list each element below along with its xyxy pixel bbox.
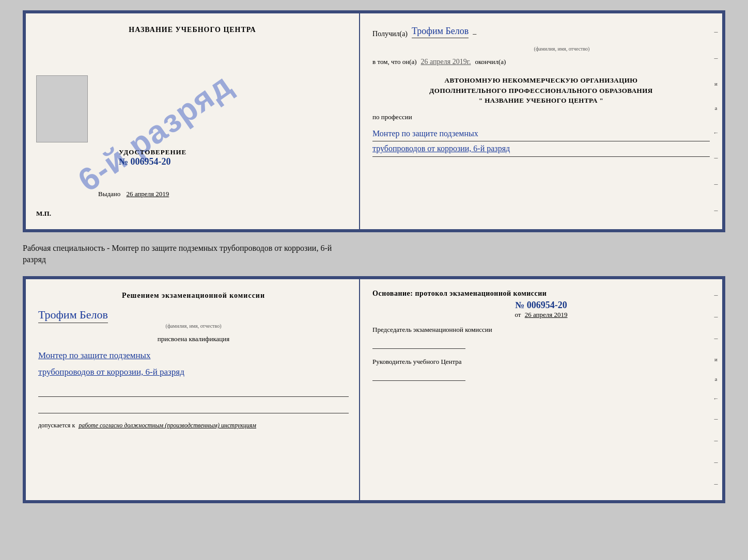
date-value: 26 апреля 2019г. [421,58,471,66]
date-prefix: в том, что он(а) [372,58,417,66]
profession-line2: трубопроводов от коррозии, 6-й разряд [372,141,710,157]
ot-date: 26 апреля 2019 [525,311,568,318]
qualification-block: Монтер по защите подземных трубопроводов… [38,347,349,381]
middle-line1: Рабочая специальность - Монтер по защите… [23,243,725,254]
date-line: в том, что он(а) 26 апреля 2019г. окончи… [372,58,710,66]
person-name: Трофим Белов [38,308,108,323]
qualification-line1: Монтер по защите подземных [38,347,349,364]
dash1: – [473,30,476,38]
right-side-marks-bottom: – – – и а ← – – – – [710,279,722,500]
org-line2: ДОПОЛНИТЕЛЬНОГО ПРОФЕССИОНАЛЬНОГО ОБРАЗО… [372,86,710,96]
udostoverenie-label: УДОСТОВЕРЕНИЕ [119,148,186,156]
director-label: Руководитель учебного Центра [372,357,710,366]
protocol-number: № 006954-20 [372,300,710,311]
right-side-marks: – – и а ← – – – [710,13,722,229]
ot-block: от 26 апреля 2019 [372,311,710,319]
org-line1: АВТОНОМНУЮ НЕКОММЕРЧЕСКУЮ ОРГАНИЗАЦИЮ [372,75,710,86]
udostoverenie-number: № 006954-20 [119,156,186,167]
decision-text: Решением экзаменационной комиссии [38,292,349,300]
dopuskaetsya-block: допускается к работе согласно должностны… [38,422,349,429]
assigned-text: присвоена квалификация [38,335,349,343]
chairman-label: Председатель экзаменационной комиссии [372,325,710,334]
dopuskaetsya-prefix: допускается к [38,422,75,429]
chairman-signature-line [372,337,465,349]
recipient-sublabel: (фамилия, имя, отчество) [534,46,590,52]
cert-bottom-right-content: Основание: протокол экзаменационной коми… [372,290,710,492]
ot-prefix: от [515,311,521,318]
cert-bottom-left: Решением экзаменационной комиссии Трофим… [26,279,360,500]
director-signature-line [372,369,465,381]
certificate-top: НАЗВАНИЕ УЧЕБНОГО ЦЕНТРА 6-й разряд УДОС… [23,10,725,232]
person-name-block: Трофим Белов (фамилия, имя, отчество) [38,308,349,329]
profession-block: Монтер по защите подземных трубопроводов… [372,126,710,157]
chairman-block: Председатель экзаменационной комиссии [372,325,710,349]
middle-text-block: Рабочая специальность - Монтер по защите… [23,241,725,268]
certificate-bottom: Решением экзаменационной комиссии Трофим… [23,276,725,503]
dopuskaetsya-text: работе согласно должностным (производств… [79,422,256,429]
blank-line-2 [38,403,349,413]
stamp-text: 6-й разряд [71,66,239,198]
profession-line1: Монтер по защите подземных [372,126,710,142]
recipient-name: Трофим Белов [412,26,469,38]
cert-top-left: НАЗВАНИЕ УЧЕБНОГО ЦЕНТРА 6-й разряд УДОС… [26,13,360,229]
org-block: АВТОНОМНУЮ НЕКОММЕРЧЕСКУЮ ОРГАНИЗАЦИЮ ДО… [372,75,710,106]
qualification-line2: трубопроводов от коррозии, 6-й разряд [38,364,349,380]
director-block: Руководитель учебного Центра [372,357,710,381]
recipient-prefix: Получил(а) [372,30,408,38]
blank-line-1 [38,387,349,397]
person-sublabel: (фамилия, имя, отчество) [38,323,349,329]
org-line3: " НАЗВАНИЕ УЧЕБНОГО ЦЕНТРА " [372,95,710,106]
stamp-diagonal: 6-й разряд [33,10,277,232]
profession-prefix: по профессии [372,113,710,121]
cert-top-right: Получил(а) Трофим Белов – (фамилия, имя,… [360,13,722,229]
osnovaniye-text: Основание: протокол экзаменационной коми… [372,290,710,298]
mp-label: М.П. [36,210,51,218]
date-suffix: окончил(а) [475,58,506,66]
udostoverenie-block: УДОСТОВЕРЕНИЕ № 006954-20 [119,148,186,167]
middle-line2: разряд [23,254,725,265]
cert-top-right-content: Получил(а) Трофим Белов – (фамилия, имя,… [372,24,710,221]
recipient-line: Получил(а) Трофим Белов – [372,26,710,38]
cert-bottom-right: Основание: протокол экзаменационной коми… [360,279,722,500]
